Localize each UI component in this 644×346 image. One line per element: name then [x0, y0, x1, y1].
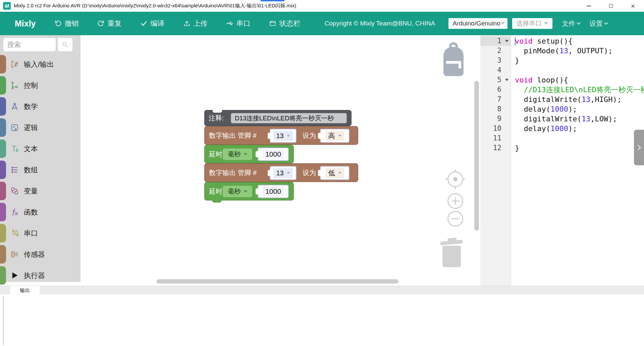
code-line[interactable]: digitalWrite(13,LOW);	[512, 114, 644, 124]
line-number: 11	[493, 134, 501, 142]
serial-cable-icon	[10, 229, 19, 238]
sidebar-item-io[interactable]: 输入/输出	[0, 54, 80, 75]
code-line[interactable]: digitalWrite(13,HIGH);	[512, 95, 644, 104]
level-dropdown[interactable]: 高	[326, 131, 344, 141]
code-line[interactable]	[512, 65, 644, 75]
dropdown-arrow-icon	[244, 190, 247, 192]
fold-arrow-icon[interactable]	[505, 79, 508, 81]
sidebar-item-text[interactable]: 文本	[0, 138, 80, 159]
delay-unit-dropdown[interactable]: 毫秒	[223, 149, 252, 160]
code-line[interactable]: delay(1000);	[512, 104, 644, 114]
window-title: Mixly 2.0 rc2 For Arduino AVR (D:\mixly\…	[14, 3, 296, 9]
delay-block[interactable]: 延时 毫秒 1000	[204, 145, 294, 163]
serial-monitor-button[interactable]: 串口	[226, 19, 251, 28]
backpack-icon[interactable]	[443, 45, 464, 76]
category-color-strip	[0, 182, 6, 200]
search-row	[3, 38, 72, 51]
upload-label: 上传	[194, 19, 208, 28]
category-label: 数学	[24, 102, 38, 111]
sidebar-item-variable[interactable]: 变量	[0, 180, 80, 201]
close-button[interactable]: ×	[622, 0, 644, 12]
sidebar-item-math[interactable]: 数学	[0, 96, 80, 117]
code-line[interactable]	[512, 133, 644, 143]
tab-output[interactable]: 输出	[10, 286, 40, 295]
category-color-strip	[0, 76, 6, 95]
sidebar-item-serial[interactable]: 串口	[0, 223, 80, 244]
code-line[interactable]: }	[512, 56, 644, 65]
redo-button[interactable]: 重复	[97, 19, 122, 28]
minus-icon	[452, 218, 459, 219]
search-input[interactable]	[3, 38, 56, 51]
code-line[interactable]: //D13连接LED\nLED将亮一秒灭一秒	[512, 85, 644, 95]
sidebar-item-function[interactable]: 函数	[0, 201, 80, 223]
delay-value-field[interactable]: 1000	[263, 187, 284, 196]
sidebar-item-logic[interactable]: 逻辑	[0, 117, 80, 138]
undo-button[interactable]: 撤销	[54, 19, 79, 28]
category-color-strip	[0, 266, 6, 285]
category-label: 数组	[24, 165, 38, 175]
zoom-out-button[interactable]	[447, 211, 463, 227]
settings-menu[interactable]: 设置	[589, 19, 607, 28]
comment-block[interactable]: 注释: D13连接LED\nLED将亮一秒灭一秒	[204, 110, 352, 126]
undo-icon	[54, 20, 62, 27]
board-selector[interactable]: Arduino/Genuino	[448, 18, 507, 29]
titlebar-accent-strip	[261, 0, 284, 1]
canvas-vertical-scrollbar[interactable]	[474, 81, 479, 231]
usb-serial-icon	[226, 20, 233, 27]
sidebar-item-sensor[interactable]: 传感器	[0, 244, 80, 265]
port-selector[interactable]: 选择串口	[512, 18, 552, 29]
digital-write-block[interactable]: 数字输出 管脚 # 13 设为 高	[204, 126, 358, 145]
category-color-strip	[0, 245, 6, 264]
fold-arrow-icon[interactable]	[505, 40, 508, 42]
canvas-horizontal-scrollbar[interactable]	[156, 279, 398, 284]
code-gutter: 123456789101112	[480, 35, 511, 286]
redo-icon	[97, 20, 105, 27]
category-label: 串口	[24, 229, 38, 238]
file-menu-label: 文件	[562, 19, 575, 28]
upload-button[interactable]: 上传	[183, 19, 208, 28]
maximize-button[interactable]	[600, 0, 622, 12]
level-dropdown[interactable]: 低	[326, 168, 344, 178]
search-button[interactable]	[58, 38, 72, 51]
sidebar-item-actuator[interactable]: 执行器	[0, 265, 80, 286]
category-label: 变量	[24, 186, 38, 196]
sidebar-item-array[interactable]: 数组	[0, 159, 80, 180]
code-panel-collapse-button[interactable]	[634, 130, 644, 165]
io-icon	[10, 60, 19, 69]
category-list: 输入/输出控制数学逻辑文本数组变量函数串口传感器执行器	[0, 54, 80, 286]
target-icon	[453, 177, 458, 181]
category-color-strip	[0, 55, 6, 73]
line-number: 9	[497, 115, 501, 123]
file-menu[interactable]: 文件	[562, 19, 580, 28]
dropdown-arrow-icon	[287, 135, 290, 137]
delay-value-field[interactable]: 1000	[263, 150, 284, 159]
code-editor[interactable]: void setup(){ pinMode(13, OUTPUT);}void …	[512, 36, 644, 286]
statusbar-button[interactable]: 状态栏	[269, 19, 301, 28]
pin-socket: 13	[270, 166, 297, 180]
delay-block[interactable]: 延时 毫秒 1000	[204, 182, 294, 200]
category-label: 文本	[24, 144, 38, 154]
compile-button[interactable]: 编译	[140, 19, 165, 28]
code-line[interactable]: }	[512, 143, 644, 153]
serial-label: 串口	[236, 19, 251, 28]
comment-text-field[interactable]: D13连接LED\nLED将亮一秒灭一秒	[231, 113, 347, 123]
category-color-strip	[0, 139, 6, 158]
trash-can-icon[interactable]	[440, 238, 463, 268]
window-controls: ×	[578, 0, 644, 12]
code-line[interactable]: delay(1000);	[512, 124, 644, 133]
chevron-down-icon	[604, 21, 608, 24]
code-line[interactable]: void setup(){	[512, 36, 644, 46]
zoom-in-button[interactable]	[447, 193, 463, 209]
pin-dropdown[interactable]: 13	[273, 168, 292, 178]
copyright-text: Copyright © Mixly Team@BNU, CHINA	[325, 20, 435, 27]
code-line[interactable]: void loop(){	[512, 75, 644, 85]
pin-dropdown[interactable]: 13	[273, 131, 292, 141]
sidebar-item-control[interactable]: 控制	[0, 75, 80, 96]
brand-logo[interactable]: Mixly	[15, 19, 36, 28]
close-icon: ×	[631, 2, 635, 9]
digital-write-block[interactable]: 数字输出 管脚 # 13 设为 低	[204, 163, 358, 182]
minimize-button[interactable]	[578, 0, 600, 12]
zoom-reset-button[interactable]	[447, 171, 463, 187]
code-line[interactable]: pinMode(13, OUTPUT);	[512, 46, 644, 56]
delay-unit-dropdown[interactable]: 毫秒	[223, 186, 252, 197]
